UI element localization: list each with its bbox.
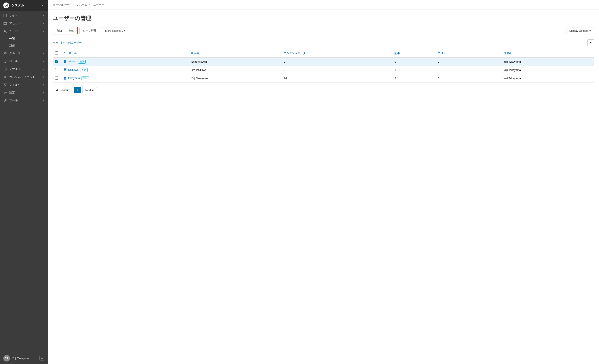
sidebar-item-groups[interactable]: グループ ▼	[0, 49, 48, 57]
row-content-data: 0	[282, 66, 392, 74]
svg-point-10	[5, 76, 6, 78]
filter-dropdown-button[interactable]: ▾	[587, 39, 594, 46]
custom-fields-icon	[3, 75, 7, 79]
sidebar-menu-button[interactable]: ⋮	[41, 3, 44, 8]
row-display-name: Ichiro Aikawa	[188, 57, 281, 66]
row-checkbox[interactable]	[55, 77, 58, 80]
table-header: ユーザー名 ↑ 表示名 コンテンツデータ 記事 コメント	[53, 49, 594, 57]
next-label: Next	[86, 88, 91, 92]
username-label: Yuji Takayama	[12, 357, 29, 360]
sidebar-item-filter[interactable]: フィルタ ▼	[0, 81, 48, 89]
table-body: 👤 aikawa 有効 Ichiro Aikawa 0 0 0 Yuji Tak…	[53, 57, 594, 83]
play-button[interactable]: ▶	[39, 356, 44, 361]
row-checkbox-cell	[53, 66, 61, 74]
chevron-down-icon: ▼	[42, 84, 44, 86]
sidebar-item-label-design: デザイン	[9, 67, 21, 71]
row-comments: 0	[435, 74, 501, 83]
more-actions-label: More actions...	[105, 29, 123, 32]
page-number-1[interactable]: 1	[74, 87, 81, 93]
username-link[interactable]: takayama	[68, 77, 80, 80]
select-all-cell	[53, 49, 61, 57]
breadcrumb-sep-1: ›	[74, 3, 75, 6]
username-link[interactable]: ichikawa	[68, 68, 79, 71]
display-options-button[interactable]: Display Options ▾	[566, 27, 594, 34]
breadcrumb-system[interactable]: システム	[77, 3, 87, 6]
breadcrumb-current: ユーザー	[93, 3, 104, 6]
filter-dropdown-icon: ▾	[590, 41, 591, 44]
user-table: ユーザー名 ↑ 表示名 コンテンツデータ 記事 コメント	[53, 49, 594, 83]
previous-button[interactable]: ◀ Previous	[53, 87, 72, 93]
sidebar-item-label-assets: アセット	[9, 22, 21, 25]
filter-all-users-link[interactable]: すべてのユーザー	[60, 41, 82, 44]
col-display-name-label: 表示名	[191, 52, 199, 55]
sidebar-item-design[interactable]: デザイン ▼	[0, 65, 48, 73]
sidebar: システム ⋮ サイト ▼ アセット ▼	[0, 0, 48, 364]
settings-icon	[3, 91, 7, 95]
svg-rect-3	[4, 22, 7, 25]
unlock-button[interactable]: ロック解除	[79, 27, 100, 34]
more-actions-button[interactable]: More actions... ▾	[102, 27, 129, 34]
row-checkbox[interactable]	[55, 68, 58, 71]
sidebar-item-label-filter: フィルタ	[9, 83, 21, 87]
sidebar-item-users-list[interactable]: 一覧	[0, 35, 48, 42]
row-username: 👤 aikawa 有効	[61, 57, 188, 66]
svg-point-5	[5, 30, 6, 31]
svg-point-7	[5, 52, 6, 53]
col-username[interactable]: ユーザー名 ↑	[61, 49, 188, 57]
display-options-label: Display Options	[569, 29, 588, 32]
disable-button[interactable]: 無効	[65, 27, 77, 34]
row-username: 👤 ichikawa 有効	[61, 66, 188, 74]
row-comments: 0	[435, 57, 501, 66]
user-profile[interactable]: YT Yuji Takayama	[3, 355, 29, 362]
groups-icon	[3, 52, 7, 55]
col-articles-label: 記事	[395, 52, 400, 55]
svg-point-11	[5, 92, 6, 93]
col-articles: 記事	[392, 49, 435, 57]
svg-point-9	[5, 69, 6, 69]
chevron-down-icon: ▼	[42, 92, 44, 94]
row-articles: 0	[392, 57, 435, 66]
sidebar-item-users[interactable]: ユーザー ▲	[0, 27, 48, 35]
svg-rect-1	[4, 14, 7, 17]
col-content-data: コンテンツデータ	[282, 49, 392, 57]
users-submenu: 一覧 新規	[0, 35, 48, 49]
row-author: Yuji Takayama	[501, 74, 594, 83]
design-icon	[3, 67, 7, 71]
user-icon: 👤	[63, 60, 67, 63]
sidebar-item-label-site: サイト	[9, 14, 18, 17]
row-username: 👤 takayama 有効	[61, 74, 188, 83]
roles-icon	[3, 59, 7, 63]
row-comments: 0	[435, 66, 501, 74]
sidebar-item-tools[interactable]: ツール ▼	[0, 97, 48, 104]
table-row: 👤 ichikawa 有効 Jiro Ichikawa 0 0 0 Yuji T…	[53, 66, 594, 74]
sidebar-item-site[interactable]: サイト ▼	[0, 12, 48, 19]
filter-left: Filter: すべてのユーザー	[53, 41, 82, 44]
sidebar-item-label-custom-fields: カスタムフィールド	[9, 75, 35, 79]
col-display-name: 表示名	[188, 49, 281, 57]
next-button[interactable]: Next ▶	[82, 87, 97, 93]
username-link[interactable]: aikawa	[68, 60, 77, 63]
sidebar-item-label-users: ユーザー	[9, 29, 21, 33]
chevron-down-icon: ▼	[42, 15, 44, 17]
display-options-arrow-icon: ▾	[590, 29, 591, 32]
select-all-checkbox[interactable]	[55, 52, 58, 54]
app-title: システム	[11, 3, 25, 8]
breadcrumb-dashboard[interactable]: ダッシュボード	[53, 3, 71, 6]
sidebar-item-assets[interactable]: アセット ▼	[0, 19, 48, 27]
sidebar-item-roles[interactable]: ロール ▼	[0, 57, 48, 65]
content-area: ユーザーの管理 有効 無効 ロック解除 More actions... ▾ Di…	[48, 10, 599, 364]
user-icon: 👤	[63, 68, 67, 71]
row-checkbox[interactable]	[55, 60, 58, 63]
sidebar-item-users-new[interactable]: 新規	[0, 42, 48, 49]
prev-arrow-icon: ◀	[56, 88, 58, 92]
sidebar-item-settings[interactable]: 設定 ▼	[0, 89, 48, 97]
sidebar-item-label-settings: 設定	[9, 91, 15, 95]
users-icon	[3, 29, 7, 33]
row-articles: 0	[392, 66, 435, 74]
enable-button[interactable]: 有効	[53, 27, 65, 34]
sidebar-item-custom-fields[interactable]: カスタムフィールド ▼	[0, 73, 48, 81]
sidebar-item-label-groups: グループ	[9, 52, 21, 55]
row-author: Yuji Takayama	[501, 57, 594, 66]
avatar: YT	[3, 355, 10, 362]
toolbar: 有効 無効 ロック解除 More actions... ▾ Display Op…	[53, 27, 594, 35]
